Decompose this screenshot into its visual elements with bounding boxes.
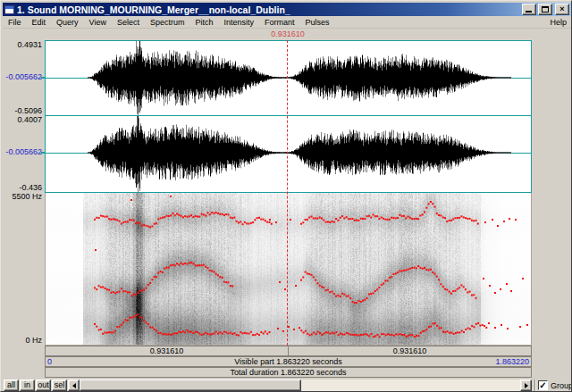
horizontal-scrollbar[interactable] [68, 379, 532, 391]
minimize-icon [526, 11, 532, 13]
visible-part-bar[interactable]: 0 Visible part 1.863220 seconds 1.863220 [45, 356, 532, 367]
menu-item-view[interactable]: View [84, 17, 112, 28]
right-arrow-icon [525, 383, 528, 388]
spectrogram-canvas[interactable] [46, 193, 531, 345]
app-icon [4, 5, 14, 14]
zoom-out-button[interactable]: out [36, 379, 51, 391]
left-arrow-icon [72, 383, 76, 388]
ch1-min-label: -0.5096 [1, 107, 42, 115]
minimize-button[interactable] [522, 4, 536, 15]
zoom-all-button[interactable]: all [4, 379, 19, 391]
zoom-buttons: all in out sel [4, 379, 67, 391]
selection-ruler: 0.931610 0.931610 [45, 346, 532, 356]
group-divider [534, 379, 536, 391]
maximize-icon [542, 6, 549, 13]
waveform-panel [45, 40, 532, 193]
visible-part-label: Visible part 1.863220 seconds [46, 357, 531, 366]
window-title: 1. Sound MORNING_MOURNING_Merger__non-lo… [17, 4, 519, 15]
spectrogram-max-freq-label: 5500 Hz [1, 193, 42, 201]
close-button[interactable]: × [555, 4, 569, 15]
scrollbar-thumb[interactable] [80, 379, 301, 391]
group-checkbox[interactable]: ✓ [538, 380, 548, 390]
zoom-sel-button[interactable]: sel [52, 379, 67, 391]
cursor-time-label: 0.931610 [252, 29, 324, 38]
cursor-line [287, 40, 288, 346]
menu-item-select[interactable]: Select [112, 17, 145, 28]
close-icon: × [559, 5, 564, 13]
ch1-max-label: 0.4931 [1, 41, 42, 49]
total-duration-label: Total duration 1.863220 seconds [46, 368, 531, 377]
scroll-left-button[interactable] [68, 379, 80, 391]
selection-right-play-bar[interactable]: 0.931610 [289, 346, 531, 355]
menu-item-spectrum[interactable]: Spectrum [145, 17, 190, 28]
spectrogram-min-freq-label: 0 Hz [1, 337, 42, 345]
spectrogram-panel [45, 193, 532, 346]
visible-start-time: 0 [47, 357, 52, 366]
menu-item-pitch[interactable]: Pitch [189, 17, 218, 28]
menu-item-formant[interactable]: Formant [259, 17, 300, 28]
visible-end-time: 1.863220 [495, 357, 529, 366]
total-duration-bar[interactable]: Total duration 1.863220 seconds [45, 367, 532, 378]
menu-item-pulses[interactable]: Pulses [300, 17, 335, 28]
zoom-in-button[interactable]: in [20, 379, 35, 391]
menu-item-help[interactable]: Help [545, 17, 571, 28]
menu-item-edit[interactable]: Edit [27, 17, 52, 28]
menu-item-query[interactable]: Query [51, 17, 84, 28]
ch2-min-label: -0.436 [1, 184, 42, 192]
menu-item-intensity[interactable]: Intensity [218, 17, 259, 28]
ch1-zero-label: -0.005662 [1, 73, 42, 81]
title-bar: 1. Sound MORNING_MOURNING_Merger__non-lo… [3, 3, 571, 16]
ch2-zero-label: -0.005662 [1, 148, 42, 156]
group-label: Group [551, 381, 572, 390]
menu-bar: File Edit Query View Select Spectrum Pit… [3, 16, 571, 29]
waveform-channel-1[interactable] [46, 41, 531, 115]
menu-item-file[interactable]: File [3, 17, 27, 28]
maximize-button[interactable] [538, 4, 552, 15]
ch2-max-label: 0.4007 [1, 116, 42, 124]
selection-left-play-bar[interactable]: 0.931610 [46, 346, 289, 355]
waveform-channel-2[interactable] [46, 116, 531, 192]
scroll-right-button[interactable] [520, 379, 532, 391]
praat-sound-editor-window: 1. Sound MORNING_MOURNING_Merger__non-lo… [0, 0, 572, 392]
